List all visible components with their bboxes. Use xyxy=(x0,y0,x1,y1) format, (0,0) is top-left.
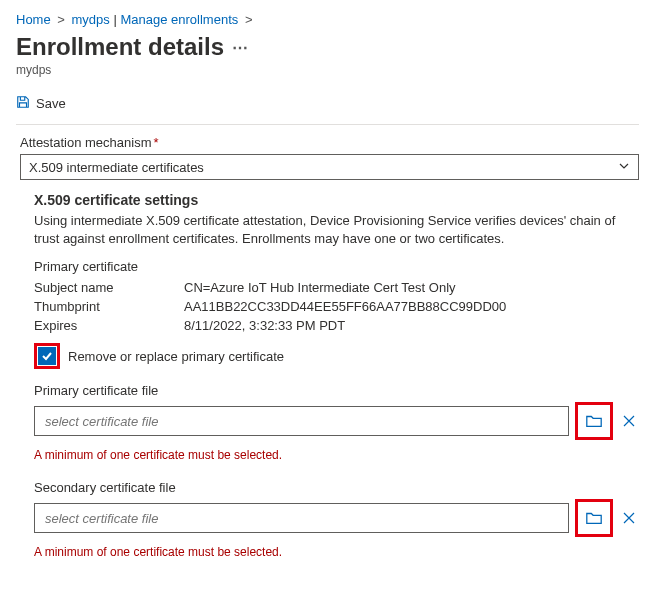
subject-name-value: CN=Azure IoT Hub Intermediate Cert Test … xyxy=(184,280,639,295)
subject-name-row: Subject name CN=Azure IoT Hub Intermedia… xyxy=(34,280,639,295)
x509-settings-desc: Using intermediate X.509 certificate att… xyxy=(34,212,639,247)
primary-browse-button[interactable] xyxy=(579,406,609,436)
save-icon[interactable] xyxy=(16,95,30,112)
thumbprint-label: Thumbprint xyxy=(34,299,184,314)
expires-row: Expires 8/11/2022, 3:32:33 PM PDT xyxy=(34,318,639,333)
highlight-checkbox xyxy=(34,343,60,369)
x509-settings-title: X.509 certificate settings xyxy=(34,192,639,208)
toolbar: Save xyxy=(16,91,639,120)
chevron-right-icon: > xyxy=(57,12,65,27)
primary-error-text: A minimum of one certificate must be sel… xyxy=(34,448,639,462)
chevron-right-icon: > xyxy=(245,12,253,27)
secondary-clear-button[interactable] xyxy=(619,508,639,528)
expires-label: Expires xyxy=(34,318,184,333)
more-icon[interactable]: ⋯ xyxy=(232,38,249,57)
remove-replace-label: Remove or replace primary certificate xyxy=(68,349,284,364)
attestation-label: Attestation mechanism* xyxy=(20,135,639,150)
primary-file-input[interactable]: select certificate file xyxy=(34,406,569,436)
attestation-dropdown[interactable]: X.509 intermediate certificates xyxy=(20,154,639,180)
expires-value: 8/11/2022, 3:32:33 PM PDT xyxy=(184,318,639,333)
chevron-down-icon xyxy=(618,160,630,175)
thumbprint-value: AA11BB22CC33DD44EE55FF66AA77BB88CC99DD00 xyxy=(184,299,639,314)
secondary-file-label: Secondary certificate file xyxy=(34,480,639,495)
primary-file-label: Primary certificate file xyxy=(34,383,639,398)
divider xyxy=(16,124,639,125)
page-title: Enrollment details ⋯ xyxy=(16,33,639,61)
breadcrumb-page[interactable]: Manage enrollments xyxy=(120,12,238,27)
primary-cert-heading: Primary certificate xyxy=(34,259,639,274)
highlight-primary-folder xyxy=(575,402,613,440)
save-button[interactable]: Save xyxy=(36,96,66,111)
page-subtitle: mydps xyxy=(16,63,639,77)
secondary-error-text: A minimum of one certificate must be sel… xyxy=(34,545,639,559)
attestation-value: X.509 intermediate certificates xyxy=(29,160,204,175)
breadcrumb-resource[interactable]: mydps xyxy=(72,12,110,27)
secondary-browse-button[interactable] xyxy=(579,503,609,533)
thumbprint-row: Thumbprint AA11BB22CC33DD44EE55FF66AA77B… xyxy=(34,299,639,314)
breadcrumb: Home > mydps | Manage enrollments > xyxy=(16,12,639,27)
secondary-file-input[interactable]: select certificate file xyxy=(34,503,569,533)
primary-clear-button[interactable] xyxy=(619,411,639,431)
highlight-secondary-folder xyxy=(575,499,613,537)
remove-replace-checkbox[interactable] xyxy=(38,347,56,365)
breadcrumb-home[interactable]: Home xyxy=(16,12,51,27)
page-title-text: Enrollment details xyxy=(16,33,224,61)
subject-name-label: Subject name xyxy=(34,280,184,295)
